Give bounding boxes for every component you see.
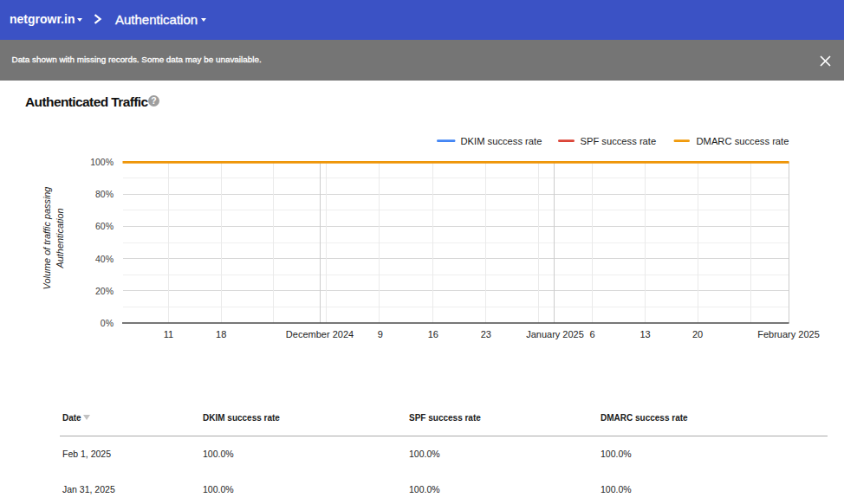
svg-text:13: 13	[639, 329, 650, 339]
svg-text:40%: 40%	[95, 254, 114, 264]
svg-text:18: 18	[216, 329, 226, 339]
svg-text:100%: 100%	[90, 157, 114, 167]
svg-text:DKIM success rate: DKIM success rate	[461, 136, 542, 146]
svg-text:60%: 60%	[95, 221, 114, 231]
svg-text:0%: 0%	[101, 318, 114, 328]
svg-text:20%: 20%	[95, 286, 114, 296]
svg-text:SPF success rate: SPF success rate	[581, 136, 657, 146]
svg-text:Volume of traffic passing: Volume of traffic passing	[42, 187, 52, 290]
svg-text:9: 9	[378, 329, 383, 339]
svg-text:DMARC success rate: DMARC success rate	[697, 136, 789, 146]
svg-text:20: 20	[692, 329, 703, 339]
svg-text:80%: 80%	[95, 189, 114, 199]
svg-text:December 2024: December 2024	[286, 329, 354, 339]
svg-text:6: 6	[589, 329, 594, 339]
svg-text:January 2025: January 2025	[526, 329, 584, 339]
svg-text:23: 23	[481, 329, 491, 339]
svg-text:Authentication: Authentication	[55, 208, 65, 268]
svg-text:February 2025: February 2025	[757, 329, 820, 339]
svg-text:16: 16	[428, 329, 438, 339]
svg-text:11: 11	[164, 329, 173, 339]
